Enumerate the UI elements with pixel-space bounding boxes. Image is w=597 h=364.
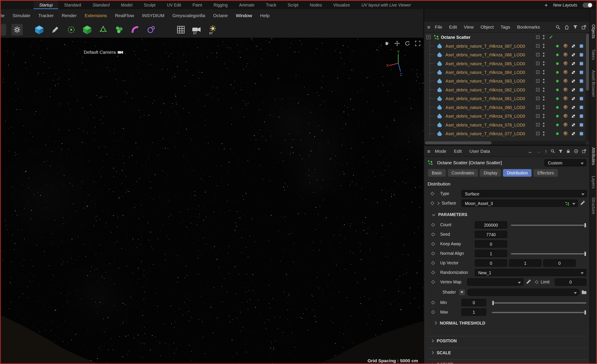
enabled-dot[interactable] bbox=[556, 97, 559, 100]
object-tag-icon[interactable] bbox=[580, 62, 583, 65]
eyedropper-icon[interactable] bbox=[580, 200, 585, 206]
popout-icon[interactable] bbox=[582, 149, 586, 153]
dock-tab-asset-browser[interactable]: Asset Browser bbox=[591, 70, 596, 97]
preset-dropdown[interactable]: Custom bbox=[545, 159, 586, 166]
om-menu-object[interactable]: Object bbox=[480, 24, 494, 30]
collapse-expander-icon[interactable]: − bbox=[426, 35, 431, 39]
enabled-dot[interactable] bbox=[556, 79, 559, 82]
object-icon[interactable] bbox=[437, 79, 442, 83]
om-menu-edit[interactable]: Edit bbox=[449, 24, 457, 30]
material-thumbnail[interactable] bbox=[563, 70, 567, 74]
object-name[interactable]: Aset_debris_nature_T_rhlknza_080_LOD0 bbox=[446, 105, 525, 109]
layer-box-icon[interactable] bbox=[536, 105, 540, 109]
new-layouts-label[interactable]: New Layouts bbox=[553, 3, 577, 7]
texture-tag-icon[interactable] bbox=[572, 105, 575, 109]
menu-help[interactable]: Help bbox=[260, 13, 269, 18]
object-tag-icon[interactable] bbox=[580, 79, 583, 83]
object-name[interactable]: Octane Scatter bbox=[441, 35, 470, 40]
texture-tag-icon[interactable] bbox=[572, 53, 575, 56]
seed-input[interactable]: 7740 bbox=[475, 231, 507, 238]
visibility-dots[interactable] bbox=[543, 79, 544, 83]
tab-display[interactable]: Display bbox=[480, 169, 501, 177]
enabled-dot[interactable] bbox=[556, 123, 559, 126]
layout-tab-nodes[interactable]: Nodes bbox=[304, 1, 328, 9]
tab-effectors[interactable]: Effectors bbox=[534, 169, 558, 177]
maximize-view-icon[interactable] bbox=[415, 41, 420, 46]
limit-input[interactable]: 0 bbox=[555, 278, 586, 285]
param-diamond[interactable] bbox=[431, 242, 435, 246]
surface-link-field[interactable]: Moon_Asset_3 bbox=[461, 199, 578, 207]
material-thumbnail[interactable] bbox=[563, 131, 567, 135]
type-dropdown[interactable]: Surface bbox=[461, 190, 587, 197]
object-icon[interactable] bbox=[437, 122, 442, 127]
dock-tab-takes[interactable]: Takes bbox=[591, 49, 596, 60]
normal-align-slider[interactable] bbox=[511, 253, 586, 254]
enabled-check-icon[interactable]: ✓ bbox=[549, 34, 553, 40]
eyedropper-icon[interactable] bbox=[526, 279, 531, 284]
layout-tab-visualize[interactable]: Visualize bbox=[328, 1, 356, 9]
bend-deformer-icon[interactable] bbox=[129, 23, 142, 36]
material-thumbnail[interactable] bbox=[563, 44, 567, 48]
object-row-root[interactable]: − Octane Scatter ✓ bbox=[424, 33, 586, 41]
texture-tag-icon[interactable] bbox=[572, 132, 575, 135]
visibility-dots[interactable] bbox=[543, 61, 544, 65]
layout-tab-uv-edit[interactable]: UV Edit bbox=[161, 1, 187, 9]
object-row[interactable]: Aset_debris_nature_T_rhlknza_087_LOD0 bbox=[424, 42, 586, 50]
param-diamond[interactable] bbox=[535, 280, 539, 284]
layer-box-icon[interactable] bbox=[536, 123, 540, 127]
object-name[interactable]: Aset_debris_nature_T_rhlknza_079_LOD0 bbox=[446, 114, 525, 118]
object-name[interactable]: Aset_debris_nature_T_rhlknza_086_LOD0 bbox=[446, 52, 525, 57]
enabled-dot[interactable] bbox=[556, 106, 559, 109]
filter-icon[interactable] bbox=[573, 25, 578, 29]
am-menu-mode[interactable]: Mode bbox=[435, 149, 447, 154]
object-tag-icon[interactable] bbox=[580, 70, 583, 74]
layer-box-icon[interactable] bbox=[536, 79, 540, 83]
home-icon[interactable] bbox=[564, 24, 569, 30]
material-thumbnail[interactable] bbox=[563, 114, 567, 118]
tab-basic[interactable]: Basic bbox=[428, 169, 446, 177]
layout-tab-rigging[interactable]: Rigging bbox=[208, 1, 233, 9]
object-row[interactable]: Aset_debris_nature_T_rhlknza_078_LOD0 bbox=[424, 120, 586, 129]
enabled-dot[interactable] bbox=[556, 62, 559, 65]
target-icon[interactable] bbox=[574, 149, 578, 153]
layout-tab-sculpt[interactable]: Sculpt bbox=[138, 1, 161, 9]
object-row[interactable]: Aset_debris_nature_T_rhlknza_079_LOD0 bbox=[424, 111, 586, 120]
sculpt-pen-icon[interactable] bbox=[49, 23, 62, 36]
material-thumbnail[interactable] bbox=[563, 87, 567, 92]
object-tag-icon[interactable] bbox=[580, 123, 583, 127]
am-menu-user-data[interactable]: User Data bbox=[469, 149, 490, 154]
count-slider[interactable] bbox=[511, 225, 586, 226]
layer-box-icon[interactable] bbox=[536, 71, 540, 74]
layer-box-icon[interactable] bbox=[536, 35, 540, 39]
keep-away-input[interactable]: 0 bbox=[475, 240, 507, 247]
layout-tab-script[interactable]: Script bbox=[282, 1, 304, 9]
om-menu-bookmarks[interactable]: Bookmarks bbox=[517, 24, 540, 30]
viewport-render[interactable] bbox=[1, 38, 424, 364]
enabled-dot[interactable] bbox=[556, 53, 559, 56]
material-thumbnail[interactable] bbox=[563, 105, 567, 109]
object-name[interactable]: Aset_debris_nature_T_rhlknza_084_LOD0 bbox=[446, 70, 525, 75]
object-name[interactable]: Aset_debris_nature_T_rhlknza_083_LOD0 bbox=[446, 79, 525, 83]
enabled-dot[interactable] bbox=[556, 114, 559, 118]
layer-box-icon[interactable] bbox=[536, 114, 540, 118]
layout-tab-startup[interactable]: Startup bbox=[34, 1, 58, 9]
rotate-group-header[interactable]: ROTATE bbox=[431, 361, 453, 364]
object-row[interactable]: Aset_debris_nature_T_rhlknza_082_LOD0 bbox=[424, 85, 586, 94]
object-tag-icon[interactable] bbox=[580, 105, 583, 109]
param-diamond[interactable] bbox=[430, 201, 434, 205]
om-menu-tags[interactable]: Tags bbox=[501, 24, 510, 30]
tab-coordinates[interactable]: Coordinates bbox=[448, 169, 478, 177]
layout-tab-standard[interactable]: Standard bbox=[58, 1, 87, 9]
metaball-icon[interactable] bbox=[145, 23, 158, 36]
layout-tab-uv-live-viewer[interactable]: UV layout with Live Viewer bbox=[356, 1, 416, 9]
orbit-rotate-icon[interactable] bbox=[405, 41, 410, 46]
add-layout-button[interactable]: + bbox=[545, 2, 548, 8]
layout-tab-track[interactable]: Track bbox=[260, 1, 282, 9]
menu-simulate[interactable]: Simulate bbox=[13, 13, 30, 18]
camera-label[interactable]: Default Camera bbox=[84, 50, 124, 55]
filter-icon[interactable] bbox=[559, 149, 563, 153]
layer-box-icon[interactable] bbox=[536, 97, 540, 100]
object-row[interactable]: Aset_debris_nature_T_rhlknza_085_LOD0 bbox=[424, 59, 586, 68]
om-menu-view[interactable]: View bbox=[464, 24, 473, 30]
parameters-group-header[interactable]: PARAMETERS bbox=[432, 211, 467, 218]
